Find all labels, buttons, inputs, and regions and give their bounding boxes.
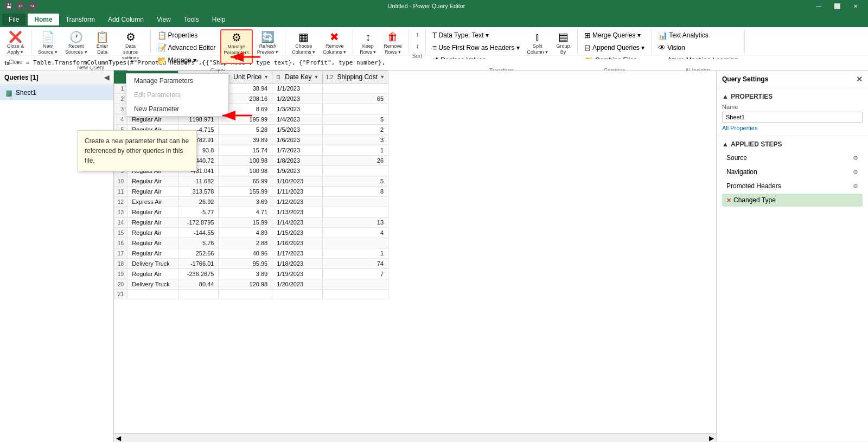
all-properties-link[interactable]: All Properties [722, 125, 863, 131]
horizontal-scrollbar[interactable]: ◀ ▶ [114, 433, 716, 442]
unit-price-cell: 4.89 [219, 228, 272, 238]
applied-step[interactable]: ✕Changed Type [722, 194, 863, 207]
applied-steps-section: ▲ APPLIED STEPS Source⚙Navigation⚙Promot… [717, 136, 868, 442]
applied-step[interactable]: Promoted Headers⚙ [722, 180, 863, 193]
col-dd-shipping-cost[interactable]: ▼ [380, 74, 385, 80]
close-apply-button[interactable]: ❌ Close &Apply ▾ [3, 29, 28, 57]
manage-parameters-icon: ⚙ [232, 32, 241, 43]
use-first-row-button[interactable]: ≡ Use First Row as Headers ▾ [429, 42, 523, 54]
data-grid[interactable]: T Ship Mode ▼ 1.2 Profit ▼ [114, 71, 716, 433]
shipping-cost-cell: 8 [322, 187, 388, 197]
data-type-label: Data Type: Text ▾ [439, 31, 489, 39]
col-name-date-key: Date Key [285, 73, 311, 81]
manage-button[interactable]: 📂 Manage ▾ [154, 54, 219, 66]
sort-group-label: Sort [412, 53, 422, 59]
row-num-cell: 11 [114, 187, 127, 197]
table-row: 11 Regular Air 313.578 155.99 1/11/2023 … [114, 187, 388, 197]
ship-mode-cell: Express Air [127, 197, 178, 207]
shipping-cost-cell: 4 [322, 228, 388, 238]
ribbon-group-new-query: 📄 NewSource ▾ 🕐 RecentSources ▾ 📋 EnterD… [31, 29, 151, 55]
main-area: Queries [1] ◀ ▦ Sheet1 T Ship Mode ▼ [0, 71, 868, 442]
formula-input[interactable] [26, 59, 864, 66]
menu-tab-file[interactable]: File [2, 14, 25, 25]
step-gear-icon[interactable]: ⚙ [853, 155, 858, 162]
minimize-button[interactable]: — [810, 1, 827, 11]
dropdown-item[interactable]: Manage Parameters [126, 74, 228, 88]
text-analytics-button[interactable]: 📊 Text Analytics [655, 29, 712, 41]
data-source-settings-button[interactable]: ⚙ Data sourcesettings [114, 29, 147, 63]
remove-rows-button[interactable]: 🗑 RemoveRows ▾ [380, 29, 405, 57]
shipping-cost-cell [322, 84, 388, 94]
split-column-label: SplitColumn ▾ [527, 43, 548, 55]
menu-tab-add-column[interactable]: Add Column [101, 14, 150, 25]
menu-tab-transform[interactable]: Transform [59, 14, 101, 25]
date-key-cell [272, 290, 322, 299]
date-key-cell: 1/17/2023 [272, 248, 322, 259]
table-row: 17 Regular Air 252.66 40.96 1/17/2023 1 [114, 248, 388, 259]
col-dd-date-key[interactable]: ▼ [314, 74, 319, 80]
refresh-preview-button[interactable]: 🔄 RefreshPreview ▾ [254, 29, 282, 57]
date-key-cell: 1/5/2023 [272, 125, 322, 135]
dropdown-item[interactable]: New Parameter [126, 102, 228, 116]
split-column-button[interactable]: ⫿ SplitColumn ▾ [524, 29, 552, 57]
table-row: 19 Regular Air -236.2675 3.89 1/19/2023 … [114, 269, 388, 279]
remove-columns-button[interactable]: ✖ RemoveColumns ▾ [320, 29, 349, 57]
formula-expand-button[interactable]: ▾ [14, 59, 22, 66]
window-close-button[interactable]: ✕ [847, 1, 864, 11]
properties-button[interactable]: 📋 Properties [154, 29, 219, 41]
query-item-sheet1[interactable]: ▦ Sheet1 [0, 85, 113, 100]
vision-button[interactable]: 👁 Vision [655, 42, 688, 54]
date-key-cell: 1/16/2023 [272, 238, 322, 248]
manage-parameters-label: ManageParameters ▾ [224, 44, 249, 61]
sort-asc-button[interactable]: ↑ [412, 29, 422, 40]
scroll-right-icon[interactable]: ▶ [709, 434, 714, 442]
ship-mode-cell: Regular Air [127, 269, 178, 279]
data-area: T Ship Mode ▼ 1.2 Profit ▼ [114, 71, 716, 442]
step-gear-icon[interactable]: ⚙ [853, 169, 858, 176]
queries-header-label: Queries [1] [4, 74, 39, 81]
settings-close-button[interactable]: ✕ [856, 75, 863, 84]
query-name-input[interactable] [722, 112, 863, 123]
formula-fx-label: fx [4, 60, 10, 66]
append-queries-button[interactable]: ⊟ Append Queries ▾ [581, 42, 648, 54]
profit-cell: 313.578 [178, 187, 219, 197]
manage-parameters-button[interactable]: ⚙ ManageParameters ▾ [220, 29, 253, 64]
data-type-button[interactable]: T Data Type: Text ▾ [429, 29, 523, 41]
applied-steps-list: Source⚙Navigation⚙Promoted Headers⚙✕Chan… [722, 151, 863, 207]
menu-tab-help[interactable]: Help [206, 14, 232, 25]
unit-price-cell: 39.89 [219, 135, 272, 145]
step-name-label: Source [726, 154, 853, 162]
col-dd-unit-price[interactable]: ▼ [264, 74, 269, 80]
queries-collapse-button[interactable]: ◀ [104, 74, 109, 81]
menu-tab-tools[interactable]: Tools [177, 14, 206, 25]
ribbon-group-reduce-rows: ↕ KeepRows ▾ 🗑 RemoveRows ▾ Reduce Rows [353, 29, 409, 55]
unit-price-cell: 100.98 [219, 156, 272, 166]
step-gear-icon[interactable]: ⚙ [853, 183, 858, 190]
maximize-button[interactable]: ⬜ [829, 1, 845, 11]
col-name-shipping-cost: Shipping Cost [337, 73, 378, 81]
row-num-cell: 10 [114, 176, 127, 187]
col-name-unit-price: Unit Price [233, 73, 261, 81]
keep-rows-button[interactable]: ↕ KeepRows ▾ [356, 29, 379, 57]
new-source-button[interactable]: 📄 NewSource ▾ [35, 29, 61, 57]
enter-data-button[interactable]: 📋 EnterData [92, 29, 113, 57]
shipping-cost-cell: 1 [322, 145, 388, 156]
properties-section: ▲ PROPERTIES Name All Properties [717, 88, 868, 136]
step-delete-icon[interactable]: ✕ [726, 197, 731, 204]
remove-rows-icon: 🗑 [387, 31, 398, 42]
menu-tab-view[interactable]: View [150, 14, 177, 25]
profit-cell: -236.2675 [178, 269, 219, 279]
advanced-editor-button[interactable]: 📝 Advanced Editor [154, 42, 219, 54]
menu-tab-home[interactable]: Home [28, 14, 59, 25]
date-key-cell: 1/6/2023 [272, 135, 322, 145]
applied-step[interactable]: Navigation⚙ [722, 165, 863, 178]
group-by-button[interactable]: ▤ GroupBy [552, 29, 574, 57]
date-key-cell: 1/1/2023 [272, 84, 322, 94]
recent-sources-button[interactable]: 🕐 RecentSources ▾ [62, 29, 91, 57]
merge-queries-button[interactable]: ⊞ Merge Queries ▾ [581, 29, 644, 41]
applied-step[interactable]: Source⚙ [722, 151, 863, 164]
scroll-left-icon[interactable]: ◀ [116, 434, 121, 442]
ship-mode-cell: Regular Air [127, 187, 178, 197]
choose-columns-button[interactable]: ▦ ChooseColumns ▾ [289, 29, 318, 57]
sort-desc-button[interactable]: ↓ [412, 41, 422, 52]
